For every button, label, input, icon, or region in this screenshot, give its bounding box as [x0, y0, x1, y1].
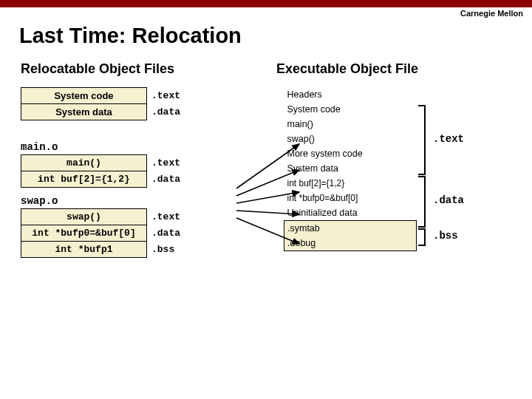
slide-title: Last Time: Relocation: [19, 24, 532, 48]
exec-swap: swap(): [284, 132, 417, 146]
right-heading: Executable Object File: [276, 61, 498, 77]
buf-decl-section: .data: [147, 171, 188, 188]
executable-table: Headers System code main() swap() More s…: [284, 87, 417, 251]
system-table: System code .text System data .data: [21, 87, 188, 120]
swap-fn-cell: swap(): [21, 209, 147, 225]
bracket-text: [418, 105, 426, 175]
left-heading: Relocatable Object Files: [21, 61, 235, 77]
exec-sec-bss: .bss: [433, 230, 458, 242]
exec-sec-text: .text: [433, 133, 464, 145]
swap-fn-section: .text: [147, 209, 188, 225]
bracket-bss: [418, 228, 426, 246]
exec-syscode: System code: [284, 102, 417, 117]
system-code-cell: System code: [21, 88, 147, 104]
sysdata-section: .data: [147, 104, 188, 120]
main-o-label: main.o: [21, 141, 235, 153]
left-column: Relocatable Object Files System code .te…: [21, 61, 235, 262]
bracket-data: [418, 176, 426, 228]
bufp1-cell: int *bufp1: [21, 242, 147, 258]
top-red-bar: [0, 0, 532, 7]
exec-debug: .debug: [284, 236, 417, 251]
main-fn-section: .text: [147, 155, 188, 171]
executable-table-wrap: Headers System code main() swap() More s…: [284, 87, 432, 251]
brand-label: Carnegie Mellon: [460, 9, 523, 18]
exec-uninit: Uninitialized data: [284, 205, 417, 221]
bufp1-section: .bss: [147, 242, 188, 258]
buf-decl-cell: int buf[2]={1,2}: [21, 171, 147, 188]
exec-symtab: .symtab: [284, 221, 417, 236]
exec-sec-data: .data: [433, 194, 464, 206]
exec-headers: Headers: [284, 87, 417, 102]
swap-o-table: swap() .text int *bufp0=&buf[0] .data in…: [21, 208, 188, 258]
system-data-cell: System data: [21, 104, 147, 120]
syscode-section: .text: [147, 88, 188, 104]
exec-buf: int buf[2]={1,2}: [284, 176, 417, 191]
bufp0-cell: int *bufp0=&buf[0]: [21, 225, 147, 242]
exec-more-sys: More system code: [284, 146, 417, 161]
bufp0-section: .data: [147, 225, 188, 242]
main-fn-cell: main(): [21, 155, 147, 171]
content-columns: Relocatable Object Files System code .te…: [0, 61, 532, 262]
swap-o-label: swap.o: [21, 195, 235, 207]
main-o-table: main() .text int buf[2]={1,2} .data: [21, 154, 188, 188]
exec-main: main(): [284, 117, 417, 132]
exec-bufp0: int *bufp0=&buf[0]: [284, 191, 417, 205]
exec-sysdata: System data: [284, 161, 417, 176]
right-column: Executable Object File Headers System co…: [276, 61, 498, 251]
